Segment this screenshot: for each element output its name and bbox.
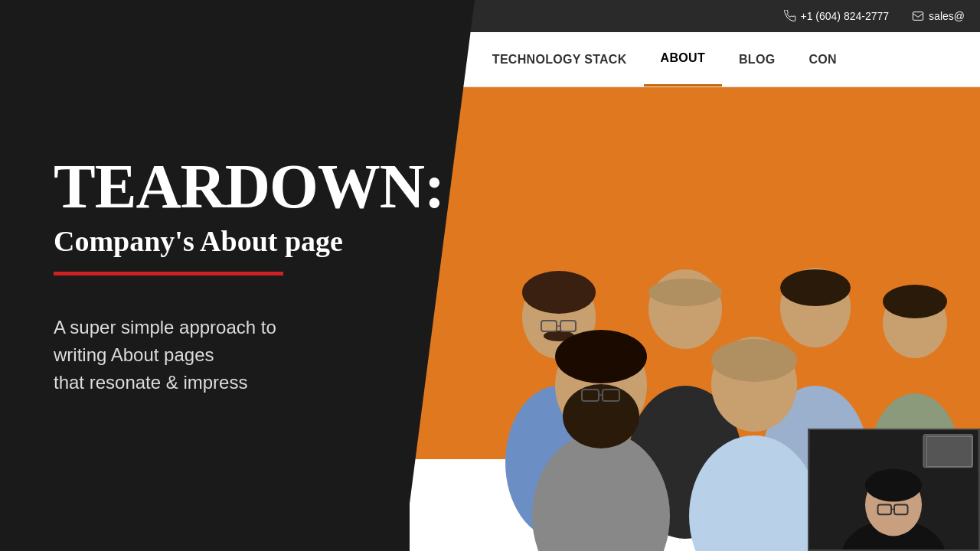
svg-point-34 xyxy=(865,469,922,502)
svg-point-25 xyxy=(711,339,797,382)
website-topbar: +1 (604) 824-2777 sales@ xyxy=(410,0,980,32)
phone-number: +1 (604) 824-2777 xyxy=(801,10,890,22)
nav-item-about[interactable]: ABOUT xyxy=(644,32,722,86)
svg-point-12 xyxy=(648,279,722,306)
description: A super simple approach to writing About… xyxy=(54,314,421,396)
svg-point-28 xyxy=(883,285,947,318)
svg-point-15 xyxy=(780,269,851,306)
svg-point-18 xyxy=(555,330,647,383)
website-nav: CES TECHNOLOGY STACK ABOUT BLOG CON xyxy=(410,32,980,87)
team-photo-area xyxy=(410,87,980,551)
nav-items: CES TECHNOLOGY STACK ABOUT BLOG CON xyxy=(425,32,854,86)
desc-line2: writing About pages xyxy=(54,344,214,365)
desc-line3: that resonate & impress xyxy=(54,372,247,393)
webcam-thumbnail xyxy=(926,436,972,467)
email-address: sales@ xyxy=(929,10,965,22)
subtitle: Company's About page xyxy=(54,224,421,258)
website-main xyxy=(410,87,980,551)
red-divider xyxy=(54,272,283,276)
svg-point-5 xyxy=(522,271,596,314)
email-contact: sales@ xyxy=(912,10,965,22)
phone-contact: +1 (604) 824-2777 xyxy=(784,10,890,22)
nav-item-blog[interactable]: BLOG xyxy=(722,32,792,86)
nav-item-technology-stack[interactable]: TECHNOLOGY STACK xyxy=(475,32,644,86)
left-panel: TEARDOWN: Company's About page A super s… xyxy=(0,0,475,551)
svg-rect-0 xyxy=(913,12,923,21)
nav-item-con[interactable]: CON xyxy=(792,32,853,86)
phone-icon xyxy=(784,10,796,22)
webcam-overlay xyxy=(808,429,980,551)
right-panel: +1 (604) 824-2777 sales@ CES TECHNOLOGY … xyxy=(410,0,980,551)
mail-icon xyxy=(912,10,924,22)
main-title: TEARDOWN: xyxy=(54,155,421,218)
svg-point-19 xyxy=(563,384,639,448)
desc-line1: A super simple approach to xyxy=(54,317,276,337)
webcam-person xyxy=(809,430,978,549)
